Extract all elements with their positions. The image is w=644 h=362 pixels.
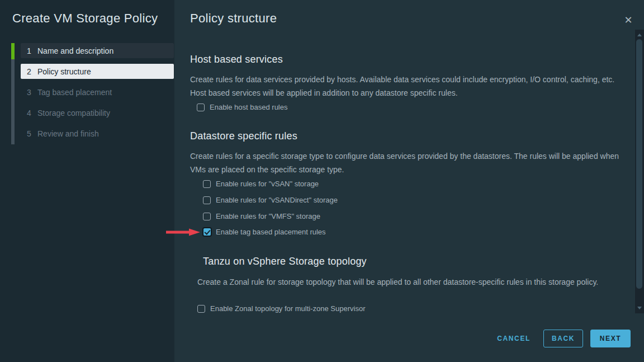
- step-label: Name and description: [37, 46, 113, 55]
- wizard-step-list: 1 Name and description 2 Policy structur…: [11, 43, 174, 147]
- scroll-down-icon[interactable]: [637, 307, 642, 309]
- step-progress-track: [11, 43, 15, 144]
- checkbox-label: Enable rules for "vSANDirect" storage: [216, 196, 338, 204]
- close-icon[interactable]: ✕: [622, 13, 635, 27]
- step-label: Review and finish: [37, 129, 99, 138]
- checkbox-enable-tag-based-placement-rules[interactable]: Enable tag based placement rules: [203, 227, 326, 237]
- checkbox-enable-rules-vsan-storage[interactable]: Enable rules for "vSAN" storage: [203, 179, 319, 189]
- step-progress-completed-bar: [11, 43, 15, 59]
- sidebar-step-storage-compatibility[interactable]: 4 Storage compatibility: [21, 105, 174, 120]
- scrollbar-thumb[interactable]: [636, 39, 642, 289]
- checkbox-box-icon[interactable]: [203, 196, 211, 204]
- back-button[interactable]: BACK: [543, 330, 583, 347]
- step-label: Policy structure: [37, 67, 91, 76]
- tanzu-storage-topology-description: Create a Zonal rule for storage topology…: [197, 275, 631, 289]
- dialog-title: Create VM Storage Policy: [12, 11, 158, 26]
- sidebar-step-policy-structure[interactable]: 2 Policy structure: [21, 64, 174, 79]
- step-number: 2: [21, 67, 37, 76]
- checkbox-box-icon[interactable]: [197, 104, 205, 111]
- sidebar-step-tag-based-placement[interactable]: 3 Tag based placement: [21, 84, 174, 100]
- checkbox-enable-host-based-rules[interactable]: Enable host based rules: [197, 102, 287, 112]
- next-button[interactable]: NEXT: [590, 330, 631, 347]
- wizard-footer: CANCEL BACK NEXT: [496, 330, 631, 347]
- sidebar-step-review-and-finish[interactable]: 5 Review and finish: [21, 126, 174, 141]
- checkbox-box-icon[interactable]: [203, 180, 211, 188]
- checkbox-label: Enable Zonal topology for multi-zone Sup…: [210, 304, 365, 313]
- scroll-up-icon[interactable]: [637, 34, 642, 36]
- checkbox-box-icon[interactable]: [203, 213, 211, 220]
- checkbox-label: Enable host based rules: [210, 103, 287, 111]
- checkbox-label: Enable rules for "vSAN" storage: [216, 180, 319, 188]
- section-heading-host-based-services: Host based services: [190, 54, 283, 65]
- step-number: 4: [21, 109, 37, 117]
- datastore-specific-rules-description: Create rules for a specific storage type…: [190, 149, 626, 176]
- sidebar-step-name-and-description[interactable]: 1 Name and description: [21, 43, 174, 58]
- red-arrow-annotation-icon: [166, 227, 201, 237]
- step-number: 1: [21, 46, 37, 55]
- checkbox-enable-rules-vmfs-storage[interactable]: Enable rules for "VMFS" storage: [203, 211, 320, 221]
- cancel-button[interactable]: CANCEL: [496, 335, 532, 342]
- checkbox-label: Enable rules for "VMFS" storage: [216, 212, 320, 220]
- vertical-scrollbar[interactable]: [635, 30, 644, 313]
- section-heading-datastore-specific-rules: Datastore specific rules: [190, 130, 297, 142]
- wizard-sidebar: Create VM Storage Policy 1 Name and desc…: [0, 0, 174, 362]
- section-heading-tanzu-storage-topology: Tanzu on vSphere Storage topology: [203, 256, 367, 267]
- create-vm-storage-policy-dialog: Create VM Storage Policy 1 Name and desc…: [0, 0, 644, 362]
- policy-structure-panel: Policy structure ✕ Host based services C…: [174, 0, 644, 362]
- step-label: Storage compatibility: [37, 109, 110, 117]
- checkbox-box-icon[interactable]: [197, 305, 205, 313]
- step-number: 3: [21, 88, 37, 97]
- step-number: 5: [21, 129, 37, 138]
- checkbox-enable-rules-vsandirect-storage[interactable]: Enable rules for "vSANDirect" storage: [203, 195, 338, 205]
- page-title: Policy structure: [190, 11, 277, 26]
- checkbox-checked-icon[interactable]: [202, 227, 212, 237]
- checkbox-label: Enable tag based placement rules: [216, 228, 326, 236]
- checkbox-enable-zonal-topology[interactable]: Enable Zonal topology for multi-zone Sup…: [197, 304, 365, 313]
- host-based-services-description: Create rules for data services provided …: [190, 73, 626, 100]
- step-label: Tag based placement: [37, 88, 112, 97]
